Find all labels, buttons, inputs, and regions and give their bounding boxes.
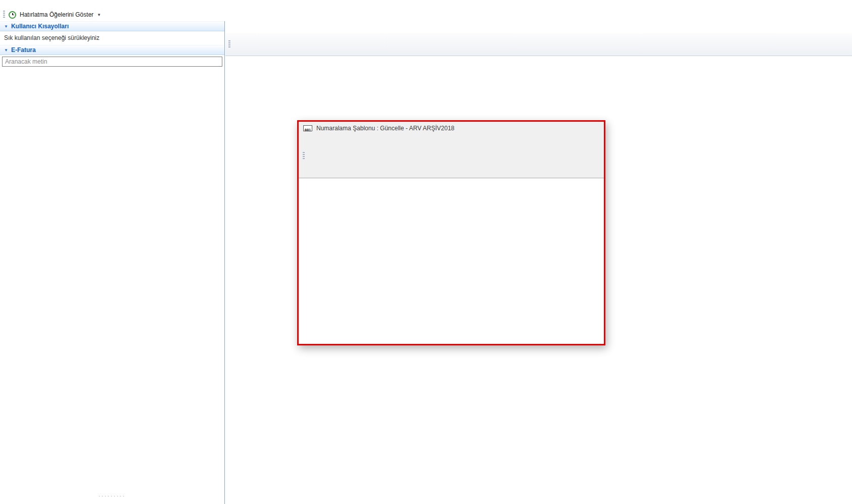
reminder-toggle-label[interactable]: Hatırlatma Öğelerini Göster	[20, 11, 93, 18]
splitter-handle[interactable]: ·········	[0, 494, 224, 499]
sidebar: ▼ Kullanıcı Kısayolları Sık kullanılan s…	[0, 21, 225, 504]
efatura-section-header-label: E-Fatura	[11, 46, 36, 54]
dialog-titlebar[interactable]: Numaralama Şablonu : Güncelle - ARV ARŞİ…	[299, 122, 604, 135]
toolbar-grip	[3, 11, 5, 19]
toolbar-grip	[228, 40, 230, 48]
app-window: Hatırlatma Öğelerini Göster ▼ ▼ Kullanıc…	[0, 0, 852, 504]
shortcuts-hint: Sık kullanılan seçeneği sürükleyiniz	[0, 31, 224, 45]
collapse-icon: ▼	[4, 48, 8, 53]
toolbar-grip	[303, 152, 305, 160]
reminder-toolbar: Hatırlatma Öğelerini Göster ▼	[0, 8, 852, 21]
sidebar-groups: ·········	[0, 494, 224, 499]
efatura-section-header[interactable]: ▼ E-Fatura	[0, 45, 224, 55]
dialog-tabstrip	[299, 166, 604, 178]
user-shortcuts-header[interactable]: ▼ Kullanıcı Kısayolları	[0, 21, 224, 31]
user-shortcuts-header-label: Kullanıcı Kısayolları	[11, 23, 69, 30]
reminder-clock-icon	[9, 11, 16, 19]
search-input[interactable]	[2, 57, 222, 67]
dialog-menubar	[299, 135, 604, 146]
chevron-down-icon[interactable]: ▼	[97, 13, 101, 17]
dialog-title: Numaralama Şablonu : Güncelle - ARV ARŞİ…	[316, 125, 454, 132]
numbering-template-dialog: Numaralama Şablonu : Güncelle - ARV ARŞİ…	[297, 120, 605, 345]
dialog-form	[299, 178, 604, 344]
navigation-tree	[0, 68, 224, 69]
dialog-toolbar	[299, 146, 604, 166]
numbering-icon	[303, 125, 312, 131]
document-tabstrip	[225, 21, 852, 33]
collapse-icon: ▼	[4, 24, 8, 29]
menubar	[0, 0, 852, 8]
records-toolbar	[225, 33, 852, 56]
